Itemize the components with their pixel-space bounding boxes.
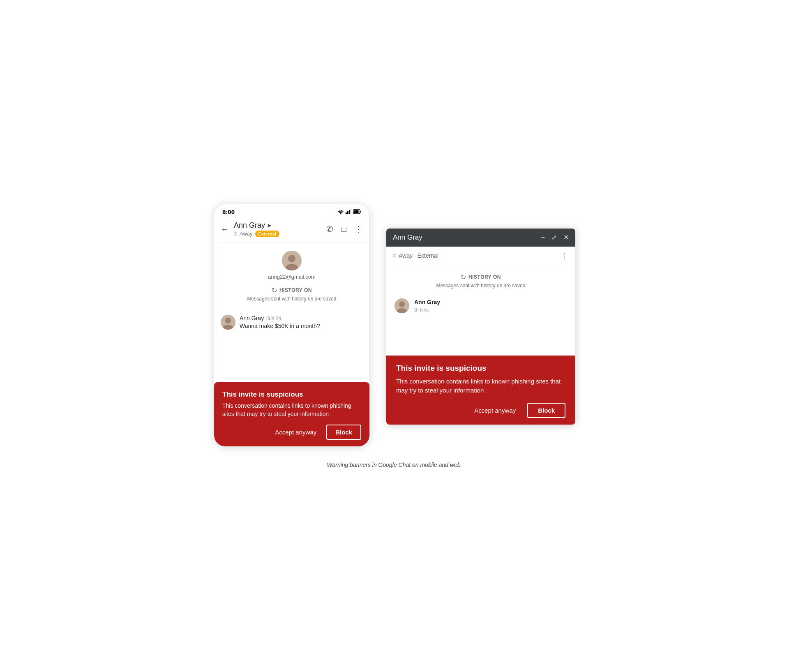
window-subheader: Away · External ⋮ xyxy=(386,247,575,265)
msg-text: Wanna make $50K in a month? xyxy=(240,323,320,329)
mobile-warning-description: This conversation contains links to know… xyxy=(222,402,361,418)
window-history-sublabel: Messages sent with history on are saved xyxy=(436,283,526,289)
window-contact-status: Away · External xyxy=(399,252,438,259)
mobile-accept-anyway-button[interactable]: Accept anyway xyxy=(270,425,321,439)
mobile-warning-actions: Accept anyway Block xyxy=(222,425,361,440)
chevron-right-icon: ► xyxy=(267,222,272,229)
desktop-warning-actions: Accept anyway Block xyxy=(396,403,565,418)
maximize-button[interactable]: ⤢ xyxy=(551,233,557,241)
desktop-warning-title: This invite is suspicious xyxy=(396,364,565,373)
mobile-block-button[interactable]: Block xyxy=(326,425,361,440)
window-chat-area: ↻ HISTORY ON Messages sent with history … xyxy=(386,265,575,356)
window-title: Ann Gray xyxy=(393,233,541,242)
window-more-options-icon[interactable]: ⋮ xyxy=(561,251,569,261)
history-sublabel: Messages sent with history on are saved xyxy=(247,296,337,302)
contact-email: anng22@gmail.com xyxy=(268,274,316,280)
history-label: HISTORY ON xyxy=(279,287,312,293)
svg-rect-8 xyxy=(360,211,361,212)
signal-icon xyxy=(346,209,351,214)
window-msg-time: 3 mins xyxy=(414,307,429,313)
mobile-warning-title: This invite is suspicious xyxy=(222,390,361,399)
desktop-warning-banner: This invite is suspicious This conversat… xyxy=(386,356,575,425)
mobile-header: ← Ann Gray ► Away External ✆ □ ⋮ xyxy=(214,218,369,242)
svg-point-11 xyxy=(288,255,295,262)
window-msg-sender: Ann Gray xyxy=(414,299,440,305)
screenshots-container: 8:00 xyxy=(214,204,575,447)
more-options-icon[interactable]: ⋮ xyxy=(355,224,363,234)
contact-status-row: Away External xyxy=(234,231,326,237)
svg-point-17 xyxy=(399,301,405,307)
back-button[interactable]: ← xyxy=(221,224,229,234)
msg-sender: Ann Gray xyxy=(240,315,264,321)
phone-icon[interactable]: ✆ xyxy=(326,224,333,234)
svg-rect-6 xyxy=(351,209,351,214)
svg-rect-9 xyxy=(354,210,359,213)
history-indicator: ↻ HISTORY ON Messages sent with history … xyxy=(247,286,337,302)
svg-rect-5 xyxy=(349,210,350,214)
contact-name-row: Ann Gray ► xyxy=(234,221,326,230)
window-msg-content: Ann Gray 3 mins xyxy=(414,298,567,313)
desktop-block-button[interactable]: Block xyxy=(527,403,565,418)
contact-name: Ann Gray xyxy=(234,221,265,230)
close-button[interactable]: ✕ xyxy=(563,233,569,241)
svg-rect-4 xyxy=(347,211,348,214)
status-icons xyxy=(337,209,361,214)
history-row: ↻ HISTORY ON xyxy=(272,286,312,294)
window-message-row: Ann Gray 3 mins xyxy=(394,298,567,313)
window-msg-name-time: Ann Gray xyxy=(414,298,567,306)
mobile-phone: 8:00 xyxy=(214,204,370,447)
window-history-icon: ↻ xyxy=(461,273,466,281)
window-history-indicator: ↻ HISTORY ON Messages sent with history … xyxy=(394,273,567,289)
mobile-chat-area: anng22@gmail.com ↻ HISTORY ON Messages s… xyxy=(214,242,369,382)
msg-avatar xyxy=(221,315,235,330)
desktop-accept-anyway-button[interactable]: Accept anyway xyxy=(469,404,521,417)
desktop-window: Ann Gray − ⤢ ✕ Away · External ⋮ ↻ HISTO… xyxy=(386,229,575,425)
desktop-warning-description: This conversation contains links to know… xyxy=(396,377,565,395)
msg-name-date: Ann Gray Jun 24 xyxy=(240,315,363,321)
mobile-status-bar: 8:00 xyxy=(214,204,369,218)
mobile-warning-banner: This invite is suspicious This conversat… xyxy=(214,382,369,446)
history-icon: ↻ xyxy=(272,286,277,294)
center-avatar xyxy=(282,251,302,270)
battery-icon xyxy=(353,209,361,214)
msg-content: Ann Gray Jun 24 Wanna make $50K in a mon… xyxy=(240,315,363,330)
svg-rect-3 xyxy=(346,212,347,214)
msg-date: Jun 24 xyxy=(266,316,281,321)
caption: Warning banners in Google Chat on mobile… xyxy=(327,462,462,468)
window-status-info: Away · External xyxy=(393,252,561,259)
away-text: Away xyxy=(240,231,253,237)
minimize-button[interactable]: − xyxy=(541,234,545,241)
window-history-row: ↻ HISTORY ON xyxy=(461,273,501,281)
message-row: Ann Gray Jun 24 Wanna make $50K in a mon… xyxy=(221,310,363,330)
window-controls: − ⤢ ✕ xyxy=(541,233,569,241)
wifi-icon xyxy=(337,209,344,214)
window-status-dot-icon xyxy=(393,254,396,257)
external-badge: External xyxy=(255,231,279,237)
video-icon[interactable]: □ xyxy=(341,224,346,234)
svg-point-14 xyxy=(225,318,231,323)
status-time: 8:00 xyxy=(222,208,235,215)
contact-info: Ann Gray ► Away External xyxy=(234,221,326,237)
window-history-label: HISTORY ON xyxy=(468,274,501,280)
header-actions: ✆ □ ⋮ xyxy=(326,224,363,234)
window-msg-avatar xyxy=(394,298,409,313)
window-titlebar: Ann Gray − ⤢ ✕ xyxy=(386,229,575,247)
status-dot-icon xyxy=(234,232,237,236)
